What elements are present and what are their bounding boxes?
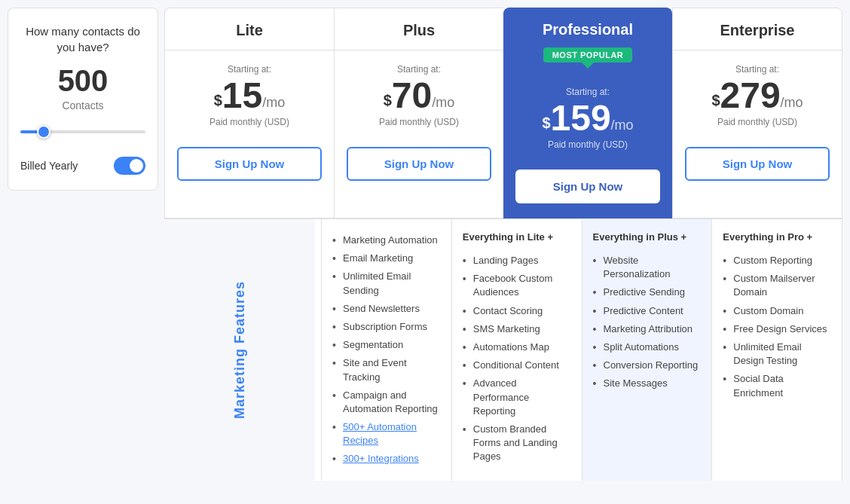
signup-btn-lite[interactable]: Sign Up Now: [177, 147, 322, 181]
starting-at-plus: Starting at:: [342, 64, 496, 75]
price-amount-professional: 159: [551, 100, 611, 136]
feature-item: Contact Scoring: [463, 302, 571, 320]
plan-col-professional: Professional MOST POPULAR Starting at: $…: [503, 8, 672, 218]
plan-pricing-enterprise: Starting at: $ 279 /mo Paid monthly (USD…: [673, 50, 842, 135]
feature-col-plus: Everything in Lite + Landing Pages Faceb…: [451, 219, 582, 481]
feature-list-enterprise: Custom Reporting Custom Mailserver Domai…: [723, 252, 831, 402]
feature-list-plus: Landing Pages Facebook Custom Audiences …: [463, 252, 571, 466]
marketing-features-label-container: Marketing Features: [164, 219, 315, 481]
plan-name-lite: Lite: [173, 22, 326, 39]
signup-btn-professional[interactable]: Sign Up Now: [515, 170, 660, 203]
price-dollar-lite: $: [214, 87, 222, 114]
pricing-wrapper: How many contacts do you have? 500 Conta…: [8, 8, 842, 481]
plan-name-professional: Professional: [511, 21, 665, 38]
feature-item[interactable]: 500+ Automation Recipes: [332, 418, 441, 450]
price-row-professional: $ 159 /mo: [511, 100, 665, 136]
plan-header-plus: Plus: [335, 8, 503, 50]
plans-area: Lite Starting at: $ 15 /mo Paid monthly …: [164, 8, 842, 481]
plan-pricing-lite: Starting at: $ 15 /mo Paid monthly (USD): [165, 50, 334, 135]
feature-item: Send Newsletters: [332, 300, 441, 318]
feature-item: Subscription Forms: [332, 318, 441, 336]
plan-btn-area-lite: Sign Up Now: [165, 135, 334, 193]
paid-monthly-lite: Paid monthly (USD): [173, 117, 326, 127]
starting-at-lite: Starting at:: [173, 64, 326, 75]
feature-item: SMS Marketing: [463, 320, 571, 338]
price-row-plus: $ 70 /mo: [342, 78, 496, 114]
most-popular-badge: MOST POPULAR: [543, 47, 633, 63]
plan-col-plus: Plus Starting at: $ 70 /mo Paid monthly …: [334, 8, 503, 218]
feature-list-professional: Website Personalization Predictive Sendi…: [593, 252, 702, 393]
features-grid: Marketing Automation Email Marketing Unl…: [321, 219, 842, 481]
paid-monthly-enterprise: Paid monthly (USD): [680, 117, 834, 127]
feature-item: Predictive Sending: [593, 283, 702, 301]
feature-item: Site Messages: [593, 374, 702, 393]
feature-item[interactable]: 300+ Integrations: [332, 450, 441, 468]
feature-item: Automations Map: [463, 338, 571, 356]
feature-item: Custom Branded Forms and Landing Pages: [463, 420, 571, 466]
feature-item: Site and Event Tracking: [332, 354, 441, 386]
paid-monthly-professional: Paid monthly (USD): [511, 139, 665, 150]
contacts-slider[interactable]: [20, 130, 145, 133]
plans-top: Lite Starting at: $ 15 /mo Paid monthly …: [164, 8, 842, 218]
plans-bottom: Marketing Features Marketing Automation …: [164, 218, 842, 481]
plan-btn-area-plus: Sign Up Now: [335, 135, 503, 193]
plan-pricing-professional: Starting at: $ 159 /mo Paid monthly (USD…: [503, 73, 672, 157]
feature-item: Website Personalization: [593, 252, 702, 283]
price-dollar-professional: $: [542, 109, 550, 136]
plan-btn-area-professional: Sign Up Now: [503, 157, 672, 218]
automation-recipes-link[interactable]: 500+ Automation Recipes: [343, 421, 417, 446]
feature-item: Conditional Content: [463, 356, 571, 374]
feature-item: Email Marketing: [332, 249, 441, 267]
signup-btn-plus[interactable]: Sign Up Now: [347, 147, 491, 181]
contacts-label: Contacts: [62, 99, 103, 111]
price-mo-professional: /mo: [611, 115, 634, 136]
feature-item: Conversion Reporting: [593, 356, 702, 374]
feature-col-lite: Marketing Automation Email Marketing Unl…: [321, 219, 451, 481]
billed-toggle[interactable]: [114, 157, 145, 175]
price-dollar-plus: $: [384, 87, 392, 114]
contacts-number: 500: [58, 64, 109, 98]
feature-item: Marketing Attribution: [593, 320, 702, 338]
feature-item: Custom Reporting: [723, 252, 831, 270]
everything-in-professional: Everything in Plus +: [593, 231, 702, 243]
plan-name-enterprise: Enterprise: [680, 22, 834, 39]
starting-at-enterprise: Starting at:: [680, 64, 834, 75]
feature-item: Unlimited Email Design Testing: [723, 338, 831, 370]
feature-item: Split Automations: [593, 338, 702, 356]
price-amount-enterprise: 279: [720, 78, 781, 114]
plan-col-lite: Lite Starting at: $ 15 /mo Paid monthly …: [164, 8, 334, 218]
plan-btn-area-enterprise: Sign Up Now: [673, 135, 842, 193]
feature-col-enterprise: Everything in Pro + Custom Reporting Cus…: [711, 219, 842, 481]
price-row-enterprise: $ 279 /mo: [680, 78, 834, 114]
feature-item: Social Data Enrichment: [723, 370, 831, 402]
feature-item: Marketing Automation: [332, 231, 441, 249]
feature-item: Campaign and Automation Reporting: [332, 386, 441, 418]
price-mo-enterprise: /mo: [781, 92, 803, 114]
feature-item: Segmentation: [332, 336, 441, 354]
price-dollar-enterprise: $: [711, 87, 720, 114]
starting-at-professional: Starting at:: [511, 87, 665, 97]
marketing-features-label: Marketing Features: [232, 281, 248, 419]
billed-label: Billed Yearly: [20, 160, 78, 172]
feature-item: Facebook Custom Audiences: [463, 270, 571, 301]
sidebar: How many contacts do you have? 500 Conta…: [8, 8, 158, 191]
plan-header-lite: Lite: [165, 8, 334, 50]
plan-name-plus: Plus: [342, 22, 496, 39]
feature-item: Predictive Content: [593, 302, 702, 320]
feature-item: Free Design Services: [723, 320, 831, 338]
feature-item: Custom Mailserver Domain: [723, 270, 831, 301]
feature-item: Custom Domain: [723, 302, 831, 320]
integrations-link[interactable]: 300+ Integrations: [343, 453, 419, 464]
price-mo-plus: /mo: [432, 92, 454, 114]
feature-item: Unlimited Email Sending: [332, 267, 441, 299]
price-mo-lite: /mo: [262, 92, 285, 114]
slider-container[interactable]: [20, 124, 145, 136]
price-amount-lite: 15: [222, 78, 262, 114]
billed-row: Billed Yearly: [20, 157, 145, 175]
feature-item: Landing Pages: [463, 252, 571, 270]
signup-btn-enterprise[interactable]: Sign Up Now: [685, 147, 830, 181]
sidebar-question: How many contacts do you have?: [20, 23, 145, 55]
plan-pricing-plus: Starting at: $ 70 /mo Paid monthly (USD): [335, 50, 503, 135]
plan-header-enterprise: Enterprise: [673, 8, 842, 50]
feature-item: Advanced Performance Reporting: [463, 374, 571, 420]
